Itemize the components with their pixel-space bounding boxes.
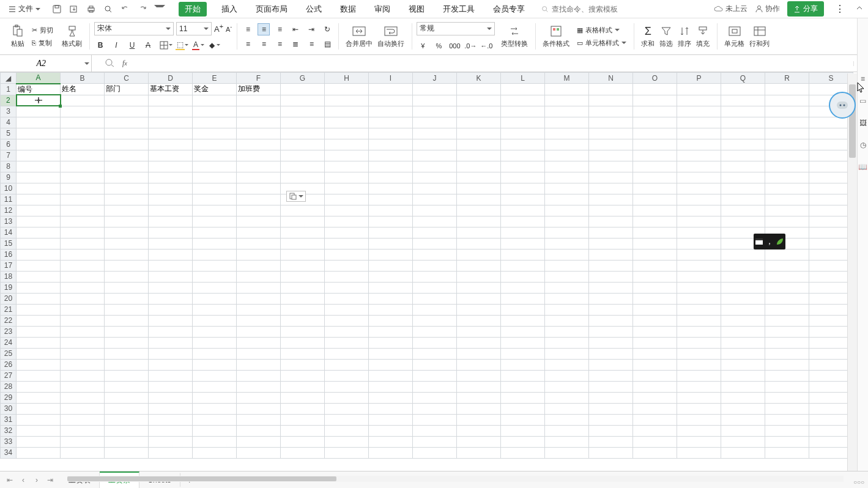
cell-A12[interactable] bbox=[17, 205, 61, 216]
cell-H22[interactable] bbox=[325, 315, 369, 326]
cell-C32[interactable] bbox=[105, 425, 149, 436]
cell-Q16[interactable] bbox=[721, 249, 765, 260]
cell-E29[interactable] bbox=[193, 392, 237, 403]
cell-D28[interactable] bbox=[149, 381, 193, 392]
cell-O31[interactable] bbox=[633, 414, 677, 425]
cell-Q12[interactable] bbox=[721, 205, 765, 216]
cell-R10[interactable] bbox=[765, 183, 809, 194]
cell-P10[interactable] bbox=[677, 183, 721, 194]
cell-B27[interactable] bbox=[61, 370, 105, 381]
cell-F15[interactable] bbox=[237, 238, 281, 249]
cell-J34[interactable] bbox=[413, 447, 457, 458]
cell-G26[interactable] bbox=[281, 359, 325, 370]
cell-K7[interactable] bbox=[457, 150, 501, 161]
highlight-icon[interactable]: ◆ bbox=[206, 39, 218, 51]
cell-C24[interactable] bbox=[105, 337, 149, 348]
tab-review[interactable]: 审阅 bbox=[371, 1, 394, 17]
cell-A25[interactable] bbox=[17, 348, 61, 359]
cell-E4[interactable] bbox=[193, 117, 237, 128]
cell-M25[interactable] bbox=[545, 348, 589, 359]
cell-F16[interactable] bbox=[237, 249, 281, 260]
cell-N9[interactable] bbox=[589, 172, 633, 183]
cell-L27[interactable] bbox=[501, 370, 545, 381]
cell-N5[interactable] bbox=[589, 128, 633, 139]
thousands-icon[interactable]: 000 bbox=[448, 40, 461, 51]
cell-Q33[interactable] bbox=[721, 436, 765, 447]
cell-Q13[interactable] bbox=[721, 216, 765, 227]
cell-B33[interactable] bbox=[61, 436, 105, 447]
cell-D26[interactable] bbox=[149, 359, 193, 370]
cell-S15[interactable] bbox=[809, 238, 853, 249]
cell-O28[interactable] bbox=[633, 381, 677, 392]
row-header-31[interactable]: 31 bbox=[1, 414, 17, 425]
cell-G27[interactable] bbox=[281, 370, 325, 381]
cell-O23[interactable] bbox=[633, 326, 677, 337]
cell-F29[interactable] bbox=[237, 392, 281, 403]
cell-G32[interactable] bbox=[281, 425, 325, 436]
cell-B30[interactable] bbox=[61, 403, 105, 414]
cell-K22[interactable] bbox=[457, 315, 501, 326]
cell-I29[interactable] bbox=[369, 392, 413, 403]
tab-devtools[interactable]: 开发工具 bbox=[439, 1, 478, 17]
cell-P27[interactable] bbox=[677, 370, 721, 381]
cond-format-button[interactable]: 条件格式 bbox=[540, 24, 572, 48]
cell-A5[interactable] bbox=[17, 128, 61, 139]
cell-A18[interactable] bbox=[17, 271, 61, 282]
cell-L25[interactable] bbox=[501, 348, 545, 359]
cell-E3[interactable] bbox=[193, 106, 237, 117]
row-header-4[interactable]: 4 bbox=[1, 117, 17, 128]
tab-insert[interactable]: 插入 bbox=[218, 1, 241, 17]
cell-Q27[interactable] bbox=[721, 370, 765, 381]
cell-D27[interactable] bbox=[149, 370, 193, 381]
cell-L30[interactable] bbox=[501, 403, 545, 414]
cell-M34[interactable] bbox=[545, 447, 589, 458]
save-icon[interactable] bbox=[51, 4, 62, 15]
cell-C18[interactable] bbox=[105, 271, 149, 282]
cell-O14[interactable] bbox=[633, 227, 677, 238]
cell-G29[interactable] bbox=[281, 392, 325, 403]
cell-D4[interactable] bbox=[149, 117, 193, 128]
cell-P25[interactable] bbox=[677, 348, 721, 359]
cell-H31[interactable] bbox=[325, 414, 369, 425]
cell-K23[interactable] bbox=[457, 326, 501, 337]
cell-R27[interactable] bbox=[765, 370, 809, 381]
cell-N8[interactable] bbox=[589, 161, 633, 172]
cell-N21[interactable] bbox=[589, 304, 633, 315]
cell-A1[interactable]: 编号 bbox=[17, 84, 61, 95]
status-more-icon[interactable]: ○○○ bbox=[853, 479, 864, 486]
cell-H6[interactable] bbox=[325, 139, 369, 150]
cell-Q6[interactable] bbox=[721, 139, 765, 150]
cell-G22[interactable] bbox=[281, 315, 325, 326]
align-top-left-icon[interactable]: ≡ bbox=[242, 23, 254, 35]
col-header-M[interactable]: M bbox=[545, 73, 589, 84]
col-header-H[interactable]: H bbox=[325, 73, 369, 84]
cell-I34[interactable] bbox=[369, 447, 413, 458]
cell-G6[interactable] bbox=[281, 139, 325, 150]
cell-C33[interactable] bbox=[105, 436, 149, 447]
cell-P30[interactable] bbox=[677, 403, 721, 414]
sum-button[interactable]: Σ求和 bbox=[639, 24, 657, 48]
cell-G20[interactable] bbox=[281, 293, 325, 304]
cell-N22[interactable] bbox=[589, 315, 633, 326]
cell-I9[interactable] bbox=[369, 172, 413, 183]
cell-A14[interactable] bbox=[17, 227, 61, 238]
cell-R18[interactable] bbox=[765, 271, 809, 282]
cell-R29[interactable] bbox=[765, 392, 809, 403]
cell-I24[interactable] bbox=[369, 337, 413, 348]
cell-F18[interactable] bbox=[237, 271, 281, 282]
cell-E25[interactable] bbox=[193, 348, 237, 359]
cell-I11[interactable] bbox=[369, 194, 413, 205]
cell-K14[interactable] bbox=[457, 227, 501, 238]
cell-Q29[interactable] bbox=[721, 392, 765, 403]
col-header-D[interactable]: D bbox=[149, 73, 193, 84]
cell-B5[interactable] bbox=[61, 128, 105, 139]
cell-A20[interactable] bbox=[17, 293, 61, 304]
cell-S34[interactable] bbox=[809, 447, 853, 458]
cell-I18[interactable] bbox=[369, 271, 413, 282]
horizontal-scrollbar[interactable] bbox=[67, 476, 844, 482]
font-size-select[interactable]: 11 bbox=[176, 22, 212, 35]
name-box[interactable] bbox=[0, 55, 92, 72]
cell-J7[interactable] bbox=[413, 150, 457, 161]
cell-D34[interactable] bbox=[149, 447, 193, 458]
cell-K21[interactable] bbox=[457, 304, 501, 315]
